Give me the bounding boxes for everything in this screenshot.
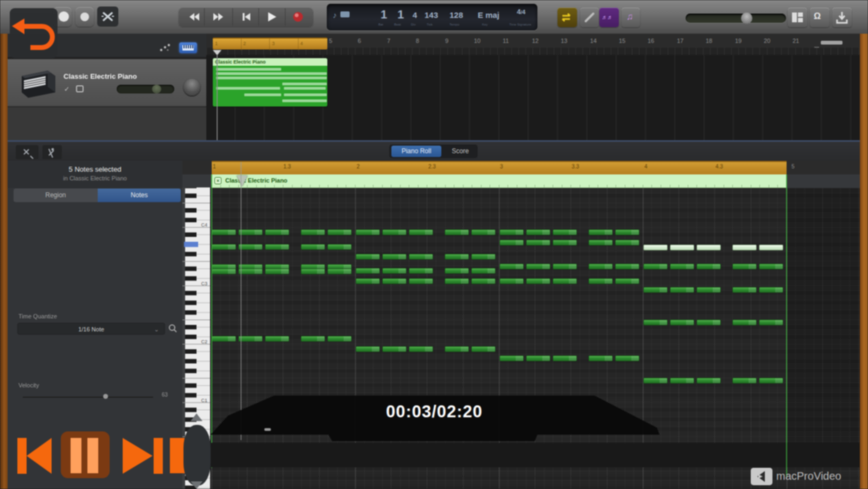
- svg-text:C3: C3: [201, 281, 207, 286]
- svg-text:C2: C2: [201, 339, 207, 344]
- svg-text:C4: C4: [201, 222, 207, 228]
- svg-text:C1: C1: [201, 398, 207, 403]
